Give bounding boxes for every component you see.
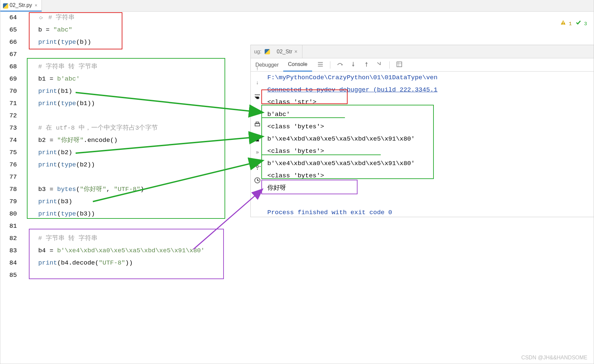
clear-icon[interactable] bbox=[253, 135, 261, 143]
step-into-icon[interactable] bbox=[350, 61, 357, 69]
console-toolbar-icons bbox=[312, 61, 408, 69]
line-number: 75 bbox=[0, 147, 17, 159]
file-tab[interactable]: 02_Str.py × bbox=[0, 0, 42, 12]
line-gutter: 6465666768697071727374757677787980818283… bbox=[0, 12, 27, 281]
svg-rect-2 bbox=[397, 62, 402, 67]
console-box-purple bbox=[261, 180, 358, 194]
console-line: F:\myPythonCode\CrazyPython\01\01DataTyp… bbox=[267, 72, 594, 84]
line-number: 83 bbox=[0, 245, 17, 257]
editor-tab-bar: 02_Str.py × bbox=[0, 0, 594, 12]
line-number: 72 bbox=[0, 110, 17, 122]
line-number: 64 bbox=[0, 12, 17, 24]
fast-forward-icon[interactable]: » bbox=[253, 149, 261, 156]
console-box-red bbox=[261, 90, 348, 104]
line-number: 82 bbox=[0, 232, 17, 245]
line-number: 67 bbox=[0, 48, 17, 61]
svg-point-5 bbox=[256, 165, 258, 167]
line-number: 80 bbox=[0, 208, 17, 220]
toolwindow-prefix: ug: bbox=[251, 49, 265, 55]
history-icon[interactable] bbox=[253, 176, 261, 184]
up-stack-icon[interactable]: ↑ bbox=[253, 65, 261, 73]
annotation-box-purple bbox=[29, 229, 224, 279]
line-number: 71 bbox=[0, 97, 17, 110]
annotation-box-red bbox=[29, 12, 122, 49]
console-tab-bar: ug: 02_Str × bbox=[251, 45, 594, 58]
run-to-cursor-icon[interactable] bbox=[376, 61, 383, 69]
debugger-tool-window: ug: 02_Str × Debugger Console ↑ ↓ » bbox=[250, 45, 594, 217]
annotation-box-green bbox=[27, 58, 225, 219]
print-icon[interactable] bbox=[253, 121, 261, 129]
line-number: 74 bbox=[0, 134, 17, 147]
console-box-green bbox=[261, 105, 434, 179]
line-number: 65 bbox=[0, 24, 17, 36]
step-out-icon[interactable] bbox=[363, 61, 370, 69]
line-number: 76 bbox=[0, 159, 17, 171]
line-number: 81 bbox=[0, 220, 17, 232]
line-number: 84 bbox=[0, 257, 17, 269]
down-stack-icon[interactable]: ↓ bbox=[253, 79, 261, 87]
python-icon bbox=[3, 3, 8, 9]
debugger-subtabs: Debugger Console bbox=[251, 58, 594, 72]
file-tab-label: 02_Str.py bbox=[10, 2, 32, 8]
wrap-icon[interactable] bbox=[253, 93, 261, 101]
scroll-end-icon[interactable] bbox=[253, 107, 261, 115]
watermark: CSDN @JH&&HANDSOME bbox=[521, 355, 587, 361]
line-number: 68 bbox=[0, 61, 17, 73]
line-number: 69 bbox=[0, 73, 17, 85]
python-icon bbox=[265, 49, 270, 54]
toggle-breakpoints-icon[interactable] bbox=[317, 61, 324, 69]
step-over-icon[interactable] bbox=[336, 61, 344, 69]
run-config-tab[interactable]: 02_Str × bbox=[272, 45, 302, 58]
close-icon[interactable]: × bbox=[294, 49, 297, 55]
line-number: 70 bbox=[0, 85, 17, 97]
svg-rect-4 bbox=[256, 122, 259, 124]
tab-console[interactable]: Console bbox=[283, 58, 312, 72]
line-number: 78 bbox=[0, 183, 17, 196]
console-output[interactable]: F:\myPythonCode\CrazyPython\01\01DataTyp… bbox=[267, 72, 594, 219]
line-number: 66 bbox=[0, 36, 17, 48]
console-line bbox=[267, 194, 594, 207]
settings-icon[interactable] bbox=[253, 162, 261, 170]
close-icon[interactable]: × bbox=[35, 3, 37, 8]
evaluate-icon[interactable] bbox=[396, 61, 403, 69]
line-number: 73 bbox=[0, 122, 17, 134]
line-number: 77 bbox=[0, 171, 17, 183]
line-number: 79 bbox=[0, 196, 17, 208]
line-number: 85 bbox=[0, 269, 17, 281]
console-line: Process finished with exit code 0 bbox=[267, 207, 594, 219]
